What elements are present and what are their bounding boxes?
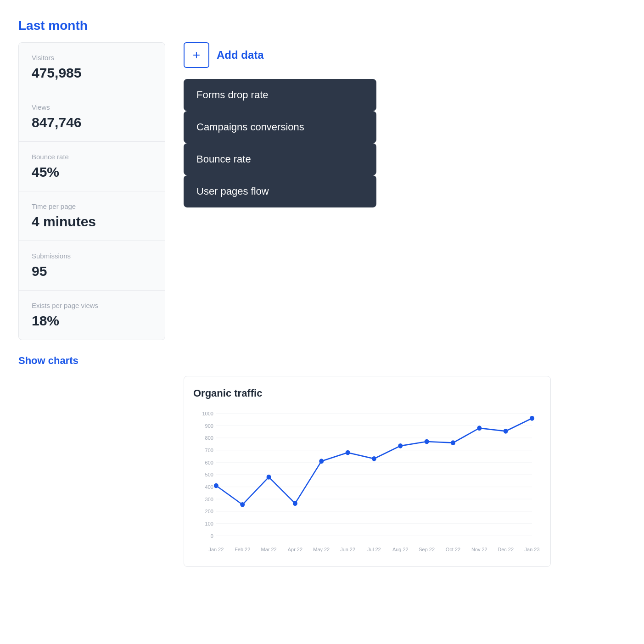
chips-container: Forms drop rateCampaigns conversionsBoun… <box>184 79 626 207</box>
show-charts-link[interactable]: Show charts <box>18 355 626 367</box>
stat-value: 18% <box>32 313 152 329</box>
svg-text:800: 800 <box>205 435 213 441</box>
svg-point-32 <box>477 426 482 431</box>
page-title: Last month <box>18 18 626 33</box>
data-chip[interactable]: User pages flow <box>184 175 376 207</box>
svg-point-23 <box>240 502 245 507</box>
svg-text:500: 500 <box>205 472 213 477</box>
svg-text:1000: 1000 <box>202 411 213 416</box>
stat-item: Submissions 95 <box>19 241 165 291</box>
chart-container: Organic traffic 010020030040050060070080… <box>184 376 551 567</box>
svg-text:Apr 22: Apr 22 <box>288 547 302 552</box>
svg-point-26 <box>319 459 324 464</box>
svg-text:600: 600 <box>205 459 213 465</box>
chart-title: Organic traffic <box>193 387 541 399</box>
svg-text:Aug 22: Aug 22 <box>392 547 409 552</box>
stat-item: Views 847,746 <box>19 92 165 142</box>
stat-label: Bounce rate <box>32 153 152 161</box>
svg-point-27 <box>346 450 350 455</box>
svg-text:Sep 22: Sep 22 <box>419 547 435 552</box>
stat-label: Views <box>32 103 152 111</box>
svg-text:400: 400 <box>205 484 213 490</box>
svg-text:100: 100 <box>205 521 213 526</box>
stats-panel: Visitors 475,985 Views 847,746 Bounce ra… <box>18 42 165 340</box>
svg-text:Jun 22: Jun 22 <box>340 547 355 552</box>
svg-text:Jan 22: Jan 22 <box>208 547 224 552</box>
stat-label: Submissions <box>32 252 152 260</box>
stat-item: Bounce rate 45% <box>19 142 165 191</box>
stat-label: Visitors <box>32 54 152 62</box>
stat-value: 95 <box>32 263 152 279</box>
add-data-button[interactable]: + <box>184 42 209 68</box>
stat-item: Visitors 475,985 <box>19 43 165 92</box>
svg-point-30 <box>425 439 429 444</box>
data-chip[interactable]: Campaigns conversions <box>184 111 376 143</box>
stat-label: Exists per page views <box>32 302 152 309</box>
stat-value: 475,985 <box>32 65 152 81</box>
svg-point-29 <box>398 443 403 448</box>
stat-label: Time per page <box>32 202 152 210</box>
stat-value: 4 minutes <box>32 214 152 230</box>
svg-point-31 <box>451 440 455 445</box>
stat-value: 45% <box>32 164 152 180</box>
svg-point-34 <box>530 416 534 421</box>
svg-text:700: 700 <box>205 448 213 453</box>
svg-text:Feb 22: Feb 22 <box>235 547 250 552</box>
stat-item: Exists per page views 18% <box>19 291 165 340</box>
svg-text:Dec 22: Dec 22 <box>498 547 514 552</box>
stat-item: Time per page 4 minutes <box>19 191 165 241</box>
svg-text:300: 300 <box>205 496 213 502</box>
stat-value: 847,746 <box>32 115 152 130</box>
right-panel: + Add data Forms drop rateCampaigns conv… <box>184 42 626 207</box>
svg-text:200: 200 <box>205 509 213 514</box>
svg-text:Nov 22: Nov 22 <box>471 547 487 552</box>
svg-text:Mar 22: Mar 22 <box>261 547 277 552</box>
svg-text:May 22: May 22 <box>313 547 330 552</box>
data-chip[interactable]: Bounce rate <box>184 143 376 175</box>
svg-point-25 <box>293 501 297 506</box>
svg-point-28 <box>372 456 376 461</box>
svg-text:Jul 22: Jul 22 <box>367 547 381 552</box>
svg-text:0: 0 <box>211 533 213 538</box>
data-chip[interactable]: Forms drop rate <box>184 79 376 111</box>
svg-text:Oct 22: Oct 22 <box>446 547 460 552</box>
add-data-label: Add data <box>217 49 264 62</box>
chart-svg-wrapper: 01002003004005006007008009001000Jan 22Fe… <box>193 409 541 557</box>
svg-text:900: 900 <box>205 423 213 428</box>
svg-point-22 <box>214 483 218 488</box>
svg-point-33 <box>504 429 508 434</box>
svg-text:Jan 23: Jan 23 <box>525 547 540 552</box>
svg-point-24 <box>267 475 271 480</box>
